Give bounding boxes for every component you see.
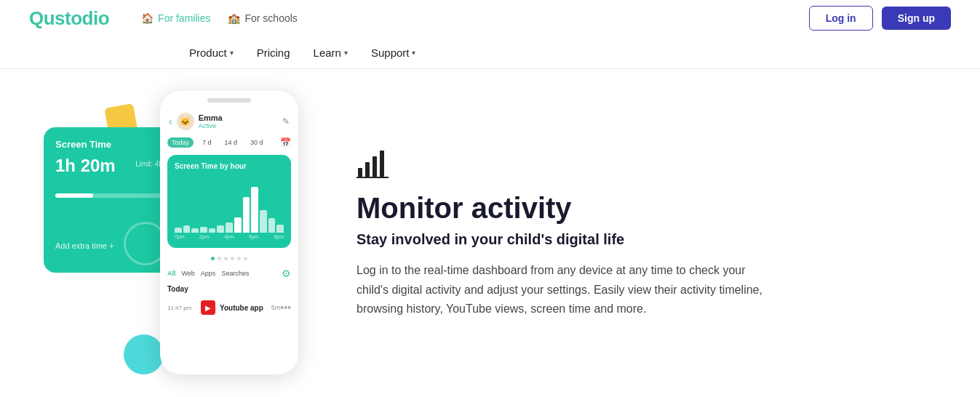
back-icon[interactable]: ‹ xyxy=(169,116,172,127)
screen-time-card: Screen Time 1h 20m Limit: 4h Add extra t… xyxy=(44,127,175,273)
hero-section: Screen Time 1h 20m Limit: 4h Add extra t… xyxy=(0,69,980,396)
phone-notch xyxy=(207,98,251,103)
svg-rect-1 xyxy=(365,162,370,177)
monitor-activity-icon xyxy=(356,146,822,185)
product-arrow-icon: ▾ xyxy=(230,49,234,57)
tab-7d[interactable]: 7 d xyxy=(198,137,216,148)
for-families-link[interactable]: 🏠 For families xyxy=(141,12,210,24)
chart-x-6pm: 6pm xyxy=(249,234,259,239)
user-name: Emma xyxy=(199,113,282,122)
home-icon: 🏠 xyxy=(141,12,154,24)
phone-white-frame: ‹ 🐱 Emma Active ✎ Today 7 d 14 d 30 d 📅 … xyxy=(160,91,298,374)
school-icon: 🏫 xyxy=(228,12,240,24)
tab-14d[interactable]: 14 d xyxy=(220,137,242,148)
nav-learn[interactable]: Learn ▾ xyxy=(314,47,348,59)
dot-1 xyxy=(211,257,215,260)
chart-x-2pm: 2pm xyxy=(199,234,210,239)
chart-bar-11 xyxy=(260,210,267,233)
svg-rect-2 xyxy=(373,156,377,177)
user-status: Active xyxy=(199,122,282,129)
hero-content: Monitor activity Stay involved in your c… xyxy=(356,146,822,318)
top-nav: Qustodio 🏠 For families 🏫 For schools Lo… xyxy=(0,0,980,36)
header: Qustodio 🏠 For families 🏫 For schools Lo… xyxy=(0,0,980,69)
chart-bar-13 xyxy=(276,225,284,233)
nav-pricing-label: Pricing xyxy=(257,47,290,59)
top-links: 🏠 For families 🏫 For schools xyxy=(141,12,298,24)
chart-x-0pm: 0pm xyxy=(175,234,185,239)
signup-button[interactable]: Sign up xyxy=(882,7,951,30)
carousel-dots xyxy=(160,252,298,265)
for-schools-link[interactable]: 🏫 For schools xyxy=(228,12,297,24)
for-families-label: For families xyxy=(158,12,210,24)
activity-app-name: Youtube app xyxy=(220,304,271,312)
learn-arrow-icon: ▾ xyxy=(344,49,348,57)
nav-support-label: Support xyxy=(371,47,410,59)
youtube-icon: ▶ xyxy=(201,300,215,315)
phone-mockup: Screen Time 1h 20m Limit: 4h Add extra t… xyxy=(29,84,313,382)
user-avatar: 🐱 xyxy=(177,113,194,130)
teal-accent-decoration xyxy=(124,334,164,374)
for-schools-label: For schools xyxy=(244,12,297,24)
activity-duration: 5m xyxy=(271,304,281,311)
nav-product-label: Product xyxy=(189,47,227,59)
chart-x-8pm: 8pm xyxy=(274,234,284,239)
filter-web[interactable]: Web xyxy=(182,270,195,277)
dot-4 xyxy=(231,257,234,260)
chart-x-4pm: 4pm xyxy=(224,234,234,239)
filter-searches[interactable]: Searches xyxy=(221,270,249,277)
chart-bar-6 xyxy=(217,225,224,233)
edit-icon[interactable]: ✎ xyxy=(282,116,290,127)
logo[interactable]: Qustodio xyxy=(29,7,109,30)
nav-support[interactable]: Support ▾ xyxy=(371,47,416,59)
chart-bar-8 xyxy=(234,217,242,233)
screen-time-limit: Limit: 4h xyxy=(135,160,163,168)
youtube-play-icon: ▶ xyxy=(205,304,211,312)
chart-bar-10 xyxy=(251,187,258,233)
nav-pricing[interactable]: Pricing xyxy=(257,47,290,59)
chart-bar-7 xyxy=(226,222,233,233)
more-options-icon[interactable]: ••• xyxy=(280,302,291,313)
chart-bar-1 xyxy=(175,228,182,233)
phone-header: ‹ 🐱 Emma Active ✎ xyxy=(160,108,298,135)
screen-time-by-hour-card: Screen Time by hour xyxy=(167,155,291,248)
hero-description: Log in to the real-time dashboard from a… xyxy=(356,261,778,318)
activity-row: 11:47 pm ▶ Youtube app 5m ••• xyxy=(160,296,298,319)
nav-learn-label: Learn xyxy=(314,47,341,59)
svg-rect-0 xyxy=(358,168,362,177)
chart-x-axis: 0pm 2pm 4pm 6pm 8pm xyxy=(175,233,284,241)
chart-bar-3 xyxy=(191,228,199,233)
chart-bar-5 xyxy=(209,228,216,233)
screen-time-by-hour-label: Screen Time by hour xyxy=(175,162,284,170)
screen-time-label: Screen Time xyxy=(55,139,163,150)
calendar-icon[interactable]: 📅 xyxy=(280,137,291,148)
login-button[interactable]: Log in xyxy=(809,6,873,31)
hero-title: Monitor activity xyxy=(356,192,822,224)
tab-30d[interactable]: 30 d xyxy=(246,137,268,148)
support-arrow-icon: ▾ xyxy=(412,49,415,57)
dot-6 xyxy=(244,257,247,260)
screen-time-chart xyxy=(175,175,284,233)
screen-time-progress-bar xyxy=(55,193,93,198)
tab-today[interactable]: Today xyxy=(167,137,194,148)
user-name-wrap: Emma Active xyxy=(199,113,282,129)
chart-bar-4 xyxy=(200,227,207,233)
activity-filter: All Web Apps Searches ⚙ xyxy=(160,265,298,282)
phone-tabs: Today 7 d 14 d 30 d 📅 xyxy=(160,135,298,151)
chart-bar-9 xyxy=(243,197,250,233)
activity-time: 11:47 pm xyxy=(167,305,196,311)
header-actions: Log in Sign up xyxy=(809,6,951,31)
dot-3 xyxy=(224,257,228,260)
main-nav: Product ▾ Pricing Learn ▾ Support ▾ xyxy=(0,36,980,68)
svg-rect-3 xyxy=(380,151,384,177)
screen-time-progress-track xyxy=(55,193,163,198)
chart-bar-2 xyxy=(183,225,191,233)
dot-5 xyxy=(237,257,241,260)
hero-subtitle: Stay involved in your child's digital li… xyxy=(356,231,822,248)
nav-product[interactable]: Product ▾ xyxy=(189,47,234,59)
filter-all[interactable]: All xyxy=(167,270,176,277)
activity-date: Today xyxy=(160,282,298,296)
filter-settings-icon[interactable]: ⚙ xyxy=(282,268,291,279)
filter-apps[interactable]: Apps xyxy=(201,270,216,277)
chart-bar-12 xyxy=(268,218,276,233)
dot-2 xyxy=(218,257,221,260)
